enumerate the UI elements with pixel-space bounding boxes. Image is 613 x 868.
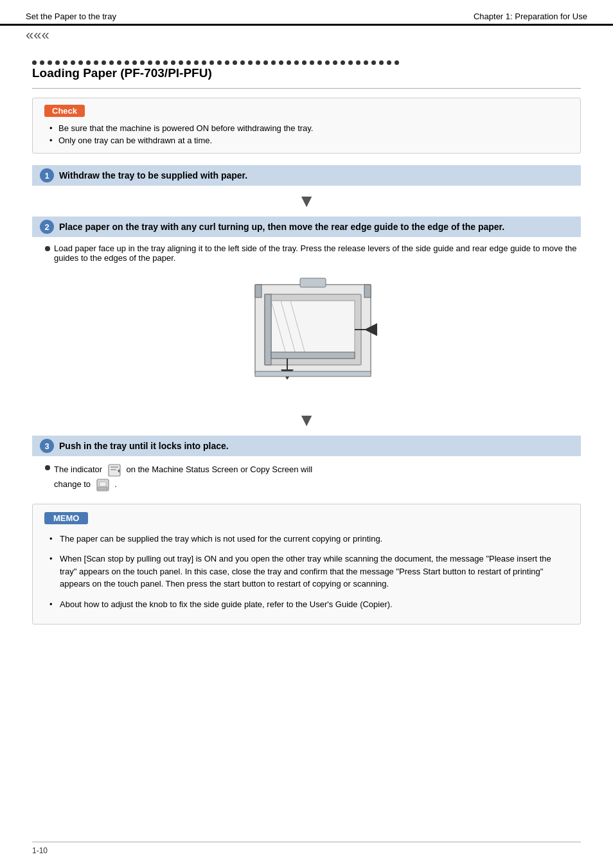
dot-13 xyxy=(132,60,137,65)
dot-22 xyxy=(202,60,206,65)
step-1-text: Withdraw the tray to be supplied with pa… xyxy=(59,170,247,181)
dot-6 xyxy=(78,60,83,65)
svg-rect-22 xyxy=(100,482,106,486)
memo-box: MEMO The paper can be supplied the tray … xyxy=(32,504,581,625)
svg-rect-13 xyxy=(255,285,262,297)
memo-item-3: About how to adjust the knob to fix the … xyxy=(49,596,569,613)
svg-rect-6 xyxy=(265,294,271,365)
dot-46 xyxy=(387,60,391,65)
step-2-number: 2 xyxy=(40,220,54,234)
dot-0 xyxy=(32,60,37,65)
main-content: Loading Paper (PF-703/PI-PFU) Check Be s… xyxy=(0,48,613,650)
indicator-text-after: on the Machine Status Screen or Copy Scr… xyxy=(126,465,312,474)
check-items: Be sure that the machine is powered ON b… xyxy=(44,122,569,146)
dot-7 xyxy=(86,60,91,65)
memo-label: MEMO xyxy=(44,512,88,524)
svg-rect-7 xyxy=(271,352,355,359)
dot-20 xyxy=(186,60,191,65)
memo-item-2: When [Scan stop by pulling out tray] is … xyxy=(49,551,569,592)
dot-10 xyxy=(109,60,114,65)
svg-rect-14 xyxy=(364,285,371,297)
dot-30 xyxy=(263,60,268,65)
svg-rect-21 xyxy=(98,487,107,490)
tray-diagram xyxy=(45,272,581,402)
header-left: Set the Paper to the tray xyxy=(26,12,116,21)
dots-decoration xyxy=(32,60,581,65)
step-3-bullet: The indicator on the Machine Status Scre… xyxy=(45,463,581,492)
dot-24 xyxy=(217,60,222,65)
dot-27 xyxy=(240,60,245,65)
dot-42 xyxy=(356,60,360,65)
memo-items: The paper can be supplied the tray which… xyxy=(44,531,569,613)
indicator-svg xyxy=(107,463,121,477)
bullet-dot-icon xyxy=(45,246,50,251)
svg-rect-2 xyxy=(271,301,355,359)
step-3-text: Push in the tray until it locks into pla… xyxy=(59,441,229,451)
dot-5 xyxy=(71,60,75,65)
step-3-indicator-text: The indicator on the Machine Status Scre… xyxy=(54,463,312,492)
check-label: Check xyxy=(44,105,85,117)
dot-11 xyxy=(117,60,121,65)
section-title: Loading Paper (PF-703/PI-PFU) xyxy=(32,66,581,80)
indicator-text-before: The indicator xyxy=(54,465,102,474)
indicator-after-svg xyxy=(96,478,110,492)
dot-37 xyxy=(317,60,322,65)
arrow-down-icon-1: ▼ xyxy=(32,192,581,210)
header-right: Chapter 1: Preparation for Use xyxy=(474,12,587,21)
arrow-down-icon-2: ▼ xyxy=(32,411,581,429)
dot-43 xyxy=(364,60,368,65)
indicator-icon-after xyxy=(96,477,110,492)
dot-14 xyxy=(140,60,145,65)
change-to-text: change to xyxy=(54,479,91,489)
step-2-content: Load paper face up in the tray aligning … xyxy=(45,244,581,402)
dot-25 xyxy=(225,60,229,65)
dot-12 xyxy=(125,60,129,65)
dot-44 xyxy=(371,60,376,65)
step-3-bar: 3 Push in the tray until it locks into p… xyxy=(32,436,581,456)
dot-26 xyxy=(233,60,237,65)
dot-40 xyxy=(341,60,345,65)
dot-45 xyxy=(379,60,384,65)
step-1-number: 1 xyxy=(40,168,54,182)
dot-41 xyxy=(348,60,353,65)
tray-diagram-svg xyxy=(236,272,390,400)
dot-39 xyxy=(333,60,337,65)
check-box: Check Be sure that the machine is powere… xyxy=(32,98,581,154)
step-2-bullet: Load paper face up in the tray aligning … xyxy=(45,244,581,263)
page: Set the Paper to the tray Chapter 1: Pre… xyxy=(0,0,613,868)
dot-36 xyxy=(310,60,314,65)
dot-2 xyxy=(48,60,52,65)
back-arrow-icon: ««« xyxy=(0,26,613,48)
memo-item-1: The paper can be supplied the tray which… xyxy=(49,531,569,547)
dot-34 xyxy=(294,60,299,65)
svg-rect-17 xyxy=(111,466,118,468)
svg-rect-12 xyxy=(255,371,371,376)
dot-19 xyxy=(179,60,183,65)
dot-31 xyxy=(271,60,276,65)
dot-4 xyxy=(63,60,67,65)
dot-1 xyxy=(40,60,44,65)
svg-rect-18 xyxy=(111,469,116,470)
dot-9 xyxy=(102,60,106,65)
dot-8 xyxy=(94,60,98,65)
dot-17 xyxy=(163,60,168,65)
indicator-icon-before xyxy=(107,463,121,477)
dot-38 xyxy=(325,60,330,65)
check-item-1: Be sure that the machine is powered ON b… xyxy=(49,122,569,134)
dot-18 xyxy=(171,60,175,65)
dot-21 xyxy=(194,60,199,65)
bullet-dot-2-icon xyxy=(45,465,50,470)
dot-47 xyxy=(395,60,399,65)
step-2-text: Place paper on the tray with any curl tu… xyxy=(59,222,504,232)
dot-33 xyxy=(287,60,291,65)
dot-28 xyxy=(248,60,253,65)
page-number: 1-10 xyxy=(32,846,48,855)
step-2-bar: 2 Place paper on the tray with any curl … xyxy=(32,217,581,237)
step-3-content: The indicator on the Machine Status Scre… xyxy=(45,463,581,492)
dot-35 xyxy=(302,60,306,65)
step-3-number: 3 xyxy=(40,439,54,453)
dot-23 xyxy=(209,60,214,65)
dot-15 xyxy=(148,60,152,65)
dot-16 xyxy=(155,60,160,65)
step-2-detail: Load paper face up in the tray aligning … xyxy=(54,244,581,263)
